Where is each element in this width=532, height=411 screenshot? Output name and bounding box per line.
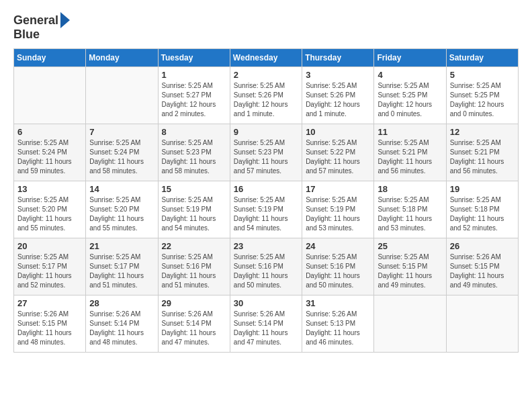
day-info: Sunrise: 5:26 AMSunset: 5:13 PMDaylight:… — [306, 310, 370, 347]
day-number: 29 — [162, 298, 226, 308]
day-number: 21 — [89, 241, 154, 251]
calendar-week-row: 6Sunrise: 5:25 AMSunset: 5:24 PMDaylight… — [14, 124, 519, 181]
calendar-week-row: 27Sunrise: 5:26 AMSunset: 5:15 PMDayligh… — [14, 295, 519, 352]
calendar-cell: 4Sunrise: 5:25 AMSunset: 5:25 PMDaylight… — [374, 66, 446, 124]
day-info: Sunrise: 5:25 AMSunset: 5:16 PMDaylight:… — [306, 253, 370, 290]
day-info: Sunrise: 5:25 AMSunset: 5:26 PMDaylight:… — [234, 81, 298, 119]
day-info: Sunrise: 5:25 AMSunset: 5:24 PMDaylight:… — [89, 138, 154, 176]
calendar-cell: 3Sunrise: 5:25 AMSunset: 5:26 PMDaylight… — [302, 66, 374, 124]
day-info: Sunrise: 5:25 AMSunset: 5:18 PMDaylight:… — [378, 195, 442, 233]
calendar-cell — [86, 66, 158, 124]
day-info: Sunrise: 5:25 AMSunset: 5:23 PMDaylight:… — [234, 138, 298, 176]
calendar-cell: 23Sunrise: 5:25 AMSunset: 5:16 PMDayligh… — [230, 238, 302, 295]
logo-text-blue: Blue — [13, 28, 70, 42]
calendar-cell: 31Sunrise: 5:26 AMSunset: 5:13 PMDayligh… — [302, 295, 374, 352]
day-number: 22 — [162, 241, 226, 251]
day-number: 28 — [89, 298, 154, 308]
calendar-cell: 6Sunrise: 5:25 AMSunset: 5:24 PMDaylight… — [14, 124, 86, 181]
day-info: Sunrise: 5:26 AMSunset: 5:15 PMDaylight:… — [17, 310, 82, 347]
calendar-cell: 29Sunrise: 5:26 AMSunset: 5:14 PMDayligh… — [158, 295, 230, 352]
calendar-cell — [446, 295, 518, 352]
day-number: 1 — [162, 70, 226, 80]
day-number: 16 — [234, 184, 298, 194]
day-number: 31 — [306, 298, 370, 308]
day-number: 23 — [234, 241, 298, 251]
day-number: 2 — [234, 70, 298, 80]
calendar-cell: 22Sunrise: 5:25 AMSunset: 5:16 PMDayligh… — [158, 238, 230, 295]
day-number: 3 — [306, 70, 370, 80]
calendar-week-row: 13Sunrise: 5:25 AMSunset: 5:20 PMDayligh… — [14, 181, 519, 238]
day-number: 26 — [450, 241, 515, 251]
calendar-cell: 26Sunrise: 5:26 AMSunset: 5:15 PMDayligh… — [446, 238, 518, 295]
calendar-cell: 14Sunrise: 5:25 AMSunset: 5:20 PMDayligh… — [86, 181, 158, 238]
calendar-cell: 25Sunrise: 5:25 AMSunset: 5:15 PMDayligh… — [374, 238, 446, 295]
day-info: Sunrise: 5:25 AMSunset: 5:24 PMDaylight:… — [17, 138, 82, 176]
day-info: Sunrise: 5:25 AMSunset: 5:20 PMDaylight:… — [89, 195, 154, 233]
calendar-cell: 2Sunrise: 5:25 AMSunset: 5:26 PMDaylight… — [230, 66, 302, 124]
day-number: 25 — [378, 241, 442, 251]
day-number: 19 — [450, 184, 515, 194]
header-friday: Friday — [374, 48, 446, 66]
header-monday: Monday — [86, 48, 158, 66]
day-info: Sunrise: 5:25 AMSunset: 5:22 PMDaylight:… — [306, 138, 370, 176]
day-info: Sunrise: 5:25 AMSunset: 5:23 PMDaylight:… — [162, 138, 226, 176]
day-number: 6 — [17, 127, 82, 137]
header-wednesday: Wednesday — [230, 48, 302, 66]
day-number: 7 — [89, 127, 154, 137]
page-header: General Blue — [13, 13, 519, 42]
day-number: 8 — [162, 127, 226, 137]
day-info: Sunrise: 5:25 AMSunset: 5:20 PMDaylight:… — [17, 195, 82, 233]
day-info: Sunrise: 5:25 AMSunset: 5:18 PMDaylight:… — [450, 195, 515, 233]
day-number: 17 — [306, 184, 370, 194]
day-info: Sunrise: 5:25 AMSunset: 5:16 PMDaylight:… — [162, 253, 226, 290]
day-number: 24 — [306, 241, 370, 251]
calendar-cell: 21Sunrise: 5:25 AMSunset: 5:17 PMDayligh… — [86, 238, 158, 295]
day-number: 9 — [234, 127, 298, 137]
calendar-cell: 15Sunrise: 5:25 AMSunset: 5:19 PMDayligh… — [158, 181, 230, 238]
day-number: 11 — [378, 127, 442, 137]
calendar-cell: 30Sunrise: 5:26 AMSunset: 5:14 PMDayligh… — [230, 295, 302, 352]
calendar-cell: 18Sunrise: 5:25 AMSunset: 5:18 PMDayligh… — [374, 181, 446, 238]
day-info: Sunrise: 5:25 AMSunset: 5:26 PMDaylight:… — [306, 81, 370, 119]
logo-arrow-icon — [60, 12, 70, 28]
calendar-cell: 8Sunrise: 5:25 AMSunset: 5:23 PMDaylight… — [158, 124, 230, 181]
day-number: 15 — [162, 184, 226, 194]
day-info: Sunrise: 5:25 AMSunset: 5:21 PMDaylight:… — [378, 138, 442, 176]
header-sunday: Sunday — [14, 48, 86, 66]
day-info: Sunrise: 5:25 AMSunset: 5:17 PMDaylight:… — [17, 253, 82, 290]
day-number: 18 — [378, 184, 442, 194]
calendar-cell: 12Sunrise: 5:25 AMSunset: 5:21 PMDayligh… — [446, 124, 518, 181]
calendar-week-row: 20Sunrise: 5:25 AMSunset: 5:17 PMDayligh… — [14, 238, 519, 295]
day-info: Sunrise: 5:25 AMSunset: 5:19 PMDaylight:… — [306, 195, 370, 233]
calendar-cell: 24Sunrise: 5:25 AMSunset: 5:16 PMDayligh… — [302, 238, 374, 295]
header-saturday: Saturday — [446, 48, 518, 66]
day-info: Sunrise: 5:25 AMSunset: 5:19 PMDaylight:… — [162, 195, 226, 233]
day-number: 30 — [234, 298, 298, 308]
calendar-cell: 19Sunrise: 5:25 AMSunset: 5:18 PMDayligh… — [446, 181, 518, 238]
calendar-cell: 28Sunrise: 5:26 AMSunset: 5:14 PMDayligh… — [86, 295, 158, 352]
day-number: 27 — [17, 298, 82, 308]
day-info: Sunrise: 5:26 AMSunset: 5:14 PMDaylight:… — [162, 310, 226, 347]
header-tuesday: Tuesday — [158, 48, 230, 66]
day-info: Sunrise: 5:25 AMSunset: 5:16 PMDaylight:… — [234, 253, 298, 290]
day-info: Sunrise: 5:25 AMSunset: 5:25 PMDaylight:… — [378, 81, 442, 119]
calendar-cell — [14, 66, 86, 124]
calendar-cell: 10Sunrise: 5:25 AMSunset: 5:22 PMDayligh… — [302, 124, 374, 181]
day-info: Sunrise: 5:26 AMSunset: 5:14 PMDaylight:… — [234, 310, 298, 347]
calendar-cell — [374, 295, 446, 352]
header-thursday: Thursday — [302, 48, 374, 66]
calendar-cell: 13Sunrise: 5:25 AMSunset: 5:20 PMDayligh… — [14, 181, 86, 238]
day-number: 14 — [89, 184, 154, 194]
calendar-cell: 27Sunrise: 5:26 AMSunset: 5:15 PMDayligh… — [14, 295, 86, 352]
calendar-cell: 5Sunrise: 5:25 AMSunset: 5:25 PMDaylight… — [446, 66, 518, 124]
day-number: 10 — [306, 127, 370, 137]
day-info: Sunrise: 5:25 AMSunset: 5:27 PMDaylight:… — [162, 81, 226, 119]
calendar-cell: 11Sunrise: 5:25 AMSunset: 5:21 PMDayligh… — [374, 124, 446, 181]
calendar-cell: 9Sunrise: 5:25 AMSunset: 5:23 PMDaylight… — [230, 124, 302, 181]
logo: General Blue — [13, 13, 70, 42]
day-info: Sunrise: 5:25 AMSunset: 5:17 PMDaylight:… — [89, 253, 154, 290]
day-info: Sunrise: 5:25 AMSunset: 5:19 PMDaylight:… — [234, 195, 298, 233]
day-number: 12 — [450, 127, 515, 137]
day-number: 13 — [17, 184, 82, 194]
calendar-week-row: 1Sunrise: 5:25 AMSunset: 5:27 PMDaylight… — [14, 66, 519, 124]
